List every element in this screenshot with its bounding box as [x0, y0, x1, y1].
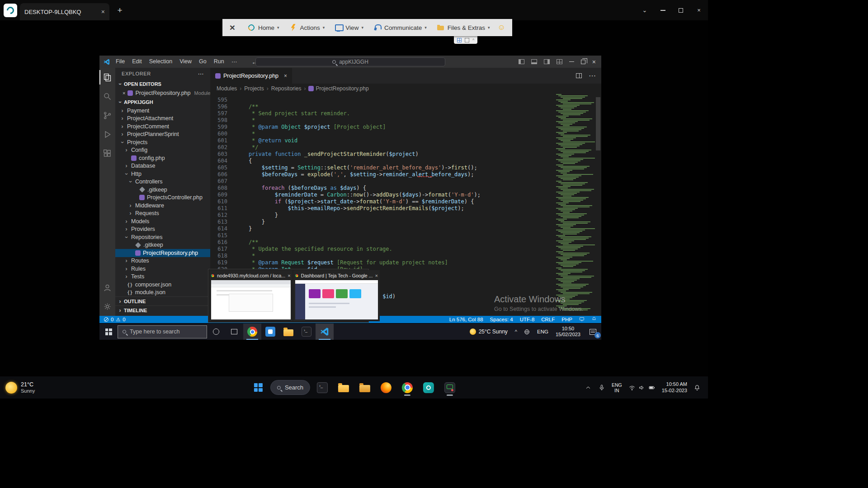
- collapse-toolbar-icon[interactable]: ^: [472, 38, 474, 42]
- toolbar-item-communicate[interactable]: Communicate▾: [368, 19, 432, 36]
- maximize-button[interactable]: [672, 0, 690, 20]
- menu-view[interactable]: View: [176, 58, 195, 65]
- cortana-icon[interactable]: [207, 324, 225, 340]
- toggle-panel-icon[interactable]: [531, 59, 537, 64]
- tree-item-config-php[interactable]: ›config.php: [115, 154, 210, 162]
- notifications-bell-icon[interactable]: [591, 316, 597, 323]
- remote-language-indicator[interactable]: ENG: [533, 329, 552, 334]
- tree-item-providers[interactable]: ›Providers: [115, 225, 210, 234]
- menu-go[interactable]: Go: [195, 58, 210, 65]
- tree-item-projectscontroller-php[interactable]: ›ProjectsController.php: [115, 194, 210, 202]
- host-language-indicator[interactable]: ENG IN: [609, 380, 625, 396]
- preview-thumbnail[interactable]: [295, 280, 378, 319]
- status-encoding[interactable]: UTF-8: [520, 317, 535, 322]
- account-icon[interactable]: [99, 278, 115, 297]
- tray-overflow-icon[interactable]: [582, 380, 594, 396]
- tree-item-projectcomment[interactable]: ›ProjectComment: [115, 122, 210, 131]
- menu-chevron-icon[interactable]: ⌄: [636, 0, 654, 20]
- new-session-button[interactable]: +: [113, 4, 127, 17]
- remote-clock[interactable]: 10:50 15/02/2023: [552, 326, 584, 338]
- session-tab[interactable]: DESKTOP-9LLQBKQ ×: [20, 3, 109, 20]
- tree-item-projectplannersprint[interactable]: ›ProjectPlannerSprint: [115, 131, 210, 139]
- vscode-minimize-button[interactable]: [569, 61, 574, 62]
- editor-tab[interactable]: ProjectRepository.php ×: [210, 68, 292, 84]
- close-preview-icon[interactable]: ×: [288, 273, 290, 278]
- tree-item-tests[interactable]: ›Tests: [115, 273, 210, 281]
- scrollbar-thumb[interactable]: [596, 97, 600, 150]
- tree-item-models[interactable]: ›Models: [115, 217, 210, 225]
- status-line-col[interactable]: Ln 576, Col 88: [449, 317, 483, 322]
- open-editors-section[interactable]: › OPEN EDITORS: [115, 80, 210, 89]
- taskbar-app-dark-icon[interactable]: [297, 324, 316, 340]
- menu-run[interactable]: Run: [210, 58, 228, 65]
- toolbar-item-home[interactable]: Home▾: [242, 19, 284, 36]
- remote-indicator-icon[interactable]: [579, 316, 585, 323]
- errors-count[interactable]: 0: [111, 317, 113, 322]
- tree-item-http[interactable]: ›Http: [115, 170, 210, 178]
- breadcrumb-item-modules[interactable]: Modules: [217, 85, 237, 92]
- tree-item-gitkeep[interactable]: ›.gitkeep: [115, 186, 210, 194]
- timeline-section[interactable]: › TIMELINE: [115, 305, 210, 314]
- task-view-icon[interactable]: [225, 324, 243, 340]
- menu-selection[interactable]: Selection: [146, 58, 176, 65]
- tree-item-requests[interactable]: ›Requests: [115, 210, 210, 218]
- close-button[interactable]: ×: [690, 0, 708, 20]
- tree-item-projectrepository-php[interactable]: ›ProjectRepository.php: [115, 249, 210, 257]
- tray-overflow-icon[interactable]: ^: [512, 329, 520, 334]
- tree-item-config[interactable]: ›Config: [115, 146, 210, 155]
- tree-item-gitkeep[interactable]: ›.gitkeep: [115, 241, 210, 249]
- vscode-close-button[interactable]: ×: [592, 58, 596, 66]
- taskbar-file-explorer-icon[interactable]: [279, 324, 297, 340]
- editor-more-icon[interactable]: ⋯: [589, 71, 596, 80]
- status-eol[interactable]: CRLF: [541, 317, 555, 322]
- run-debug-icon[interactable]: [99, 125, 115, 144]
- preview-thumbnail[interactable]: [211, 280, 291, 319]
- taskbar-app-dark-icon[interactable]: [313, 379, 331, 397]
- customize-layout-icon[interactable]: [557, 59, 562, 64]
- chrome-preview-2[interactable]: Dashboard | Teja Tech - Google ... ×: [293, 270, 380, 321]
- toolbar-item-view[interactable]: View▾: [330, 19, 368, 36]
- workspace-section[interactable]: › APPKIJGGH: [115, 98, 210, 107]
- tray-status-icons[interactable]: [626, 380, 658, 396]
- explorer-icon[interactable]: [99, 68, 115, 87]
- monitor-grid-icon[interactable]: [457, 38, 462, 42]
- split-editor-icon[interactable]: [576, 73, 582, 78]
- tree-item-payment[interactable]: ›Payment: [115, 107, 210, 115]
- close-editor-icon[interactable]: ×: [123, 90, 125, 96]
- outline-section[interactable]: › OUTLINE: [115, 296, 210, 305]
- status-language[interactable]: PHP: [561, 317, 572, 322]
- breadcrumb-item-repositories[interactable]: Repositories: [271, 85, 302, 92]
- file-explorer-icon[interactable]: [335, 379, 353, 397]
- toggle-secondary-sidebar-icon[interactable]: [544, 59, 550, 64]
- chrome-preview-1[interactable]: node4930.myfcloud.com / loca... ×: [209, 270, 292, 321]
- network-globe-icon[interactable]: [520, 324, 533, 340]
- menu-more[interactable]: ⋯: [228, 58, 241, 65]
- tree-item-middleware[interactable]: ›Middleware: [115, 202, 210, 210]
- anydesk-app-icon[interactable]: [420, 379, 438, 397]
- remote-search-box[interactable]: Type here to search: [118, 325, 207, 338]
- command-center-search[interactable]: appKIJGGH: [255, 57, 445, 66]
- open-editor-item[interactable]: × ProjectRepository.php Modules\P...: [115, 89, 210, 98]
- disconnect-button[interactable]: ×: [222, 19, 242, 36]
- fullscreen-icon[interactable]: [465, 38, 469, 42]
- feedback-smiley-icon[interactable]: ☺: [495, 23, 509, 32]
- breadcrumb-item-projects[interactable]: Projects: [244, 85, 264, 92]
- remote-weather[interactable]: 25°C Sunny: [466, 324, 512, 340]
- tree-item-repositories[interactable]: ›Repositories: [115, 233, 210, 241]
- toolbar-item-actions[interactable]: Actions▾: [284, 19, 330, 36]
- settings-gear-icon[interactable]: [99, 297, 115, 316]
- warnings-count[interactable]: 0: [123, 317, 125, 322]
- menu-edit[interactable]: Edit: [128, 58, 146, 65]
- notification-bell-icon[interactable]: [691, 380, 703, 396]
- host-clock[interactable]: 10:50 AM 15-02-2023: [659, 380, 690, 396]
- vscode-restore-button[interactable]: [581, 60, 585, 64]
- tree-item-controllers[interactable]: ›Controllers: [115, 178, 210, 186]
- extensions-icon[interactable]: [99, 144, 115, 163]
- menu-file[interactable]: File: [112, 58, 128, 65]
- tree-item-projects[interactable]: ›Projects: [115, 138, 210, 146]
- status-indentation[interactable]: Spaces: 4: [490, 317, 513, 322]
- close-tab-icon[interactable]: ×: [284, 73, 287, 79]
- taskbar-vscode-icon[interactable]: [316, 324, 334, 340]
- tree-item-routes[interactable]: ›Routes: [115, 257, 210, 265]
- taskbar-app-blue-icon[interactable]: [261, 324, 279, 340]
